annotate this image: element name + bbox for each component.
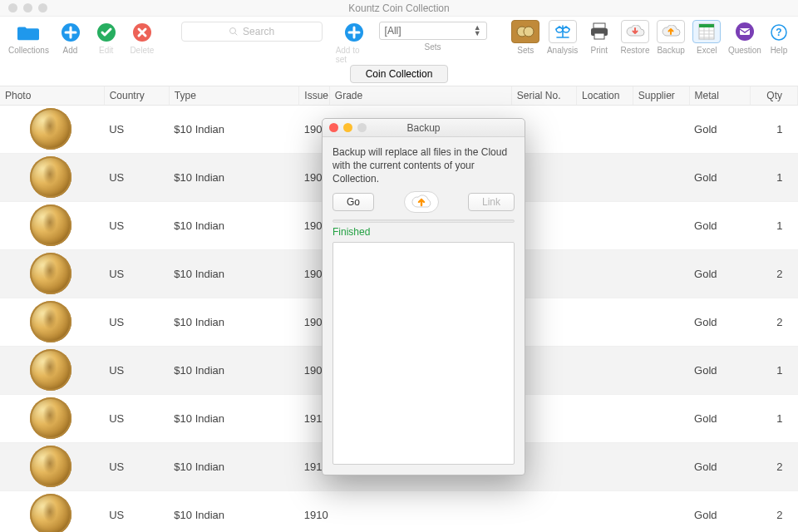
col-grade[interactable]: Grade: [329, 86, 511, 105]
restore-button[interactable]: Restore: [620, 20, 649, 55]
cell-type: $10 Indian: [169, 298, 298, 346]
cell-qty: 2: [750, 249, 797, 298]
mail-icon: [731, 20, 759, 43]
plus-circle-outline-icon: [343, 22, 365, 43]
edit-button[interactable]: Edit: [91, 20, 121, 55]
cell-photo: [0, 249, 104, 298]
cell-location: [577, 105, 633, 153]
cell-location: [577, 490, 633, 532]
cell-location: [577, 298, 633, 346]
col-country[interactable]: Country: [104, 86, 169, 105]
backup-dialog: Backup Backup will replace all files in …: [322, 118, 525, 475]
backup-button[interactable]: Backup: [657, 20, 686, 55]
cell-country: US: [104, 346, 169, 394]
status-text: Finished: [323, 223, 525, 240]
cell-supplier: [633, 249, 689, 298]
sets-button[interactable]: Sets: [511, 20, 540, 55]
svg-rect-7: [594, 23, 605, 28]
printer-icon: [585, 20, 613, 43]
cell-supplier: [633, 490, 689, 532]
cell-photo: [0, 153, 104, 201]
chevron-updown-icon: ▲▼: [474, 25, 481, 37]
link-button[interactable]: Link: [468, 193, 515, 211]
coin-thumbnail-icon: [30, 156, 71, 198]
col-supplier[interactable]: Supplier: [633, 86, 689, 105]
search-icon: [229, 27, 239, 37]
dialog-titlebar[interactable]: Backup: [323, 119, 525, 137]
svg-rect-11: [699, 24, 714, 27]
cell-country: US: [104, 442, 169, 490]
cell-supplier: [633, 201, 689, 249]
table-row[interactable]: US$10 Indian1910Gold2: [0, 490, 798, 532]
cell-photo: [0, 201, 104, 249]
folder-icon: [17, 22, 39, 43]
cloud-upload-indicator-icon: [404, 191, 439, 213]
excel-button[interactable]: Excel: [692, 20, 722, 55]
cell-supplier: [633, 298, 689, 346]
delete-button[interactable]: Delete: [127, 20, 156, 55]
cell-country: US: [104, 153, 169, 201]
svg-rect-9: [594, 33, 604, 39]
cell-supplier: [633, 394, 689, 442]
cell-photo: [0, 346, 104, 394]
cell-metal: Gold: [689, 201, 750, 249]
col-location[interactable]: Location: [577, 86, 633, 105]
cell-type: $10 Indian: [169, 153, 298, 201]
add-button[interactable]: Add: [56, 20, 85, 55]
cell-type: $10 Indian: [169, 490, 298, 532]
sets-select[interactable]: [All] ▲▼: [379, 22, 487, 40]
col-type[interactable]: Type: [169, 86, 298, 105]
help-button[interactable]: ? Help: [768, 20, 790, 55]
cell-country: US: [104, 298, 169, 346]
search-group: Search .: [181, 20, 323, 53]
coin-thumbnail-icon: [30, 446, 71, 487]
analysis-button[interactable]: Analysis: [547, 20, 578, 55]
cell-serial: [511, 490, 576, 532]
cell-metal: Gold: [689, 346, 750, 394]
col-serial[interactable]: Serial No.: [511, 86, 576, 105]
cell-location: [577, 442, 633, 490]
dialog-message: Backup will replace all files in the Clo…: [323, 137, 525, 191]
collections-button[interactable]: Collections: [8, 20, 49, 55]
col-qty[interactable]: Qty: [750, 86, 797, 105]
cell-metal: Gold: [689, 298, 750, 346]
go-button[interactable]: Go: [332, 193, 374, 211]
cell-location: [577, 201, 633, 249]
cell-type: $10 Indian: [169, 442, 298, 490]
cell-grade: [329, 490, 511, 532]
cell-photo: [0, 105, 104, 153]
cell-metal: Gold: [689, 153, 750, 201]
sets-select-group: [All] ▲▼ Sets: [379, 22, 487, 52]
coin-thumbnail-icon: [30, 349, 71, 391]
log-area[interactable]: [332, 242, 515, 465]
search-input[interactable]: Search: [181, 22, 323, 42]
dialog-title: Backup: [323, 122, 525, 134]
cell-photo: [0, 394, 104, 442]
print-button[interactable]: Print: [584, 20, 613, 55]
cell-supplier: [633, 442, 689, 490]
collection-tab-button[interactable]: Coin Collection: [350, 65, 449, 83]
coin-thumbnail-icon: [30, 301, 71, 342]
cell-metal: Gold: [689, 490, 750, 532]
coin-pair-icon: [511, 20, 539, 43]
col-issue[interactable]: Issue: [299, 86, 330, 105]
cell-qty: 1: [750, 346, 797, 394]
cell-country: US: [104, 394, 169, 442]
table-header-row: Photo Country Type Issue Grade Serial No…: [0, 86, 798, 105]
cell-qty: 2: [750, 298, 797, 346]
coin-thumbnail-icon: [30, 253, 71, 294]
col-metal[interactable]: Metal: [689, 86, 750, 105]
cell-supplier: [633, 346, 689, 394]
svg-text:?: ?: [776, 27, 781, 38]
cell-country: US: [104, 490, 169, 532]
cell-location: [577, 153, 633, 201]
cell-qty: 1: [750, 105, 797, 153]
cell-location: [577, 249, 633, 298]
question-button[interactable]: Question: [728, 20, 761, 55]
coin-thumbnail-icon: [30, 204, 71, 246]
coin-thumbnail-icon: [30, 108, 71, 150]
col-photo[interactable]: Photo: [0, 86, 104, 105]
add-to-set-button[interactable]: Add to set: [336, 20, 372, 64]
cell-photo: [0, 298, 104, 346]
coin-thumbnail-icon: [30, 397, 71, 439]
